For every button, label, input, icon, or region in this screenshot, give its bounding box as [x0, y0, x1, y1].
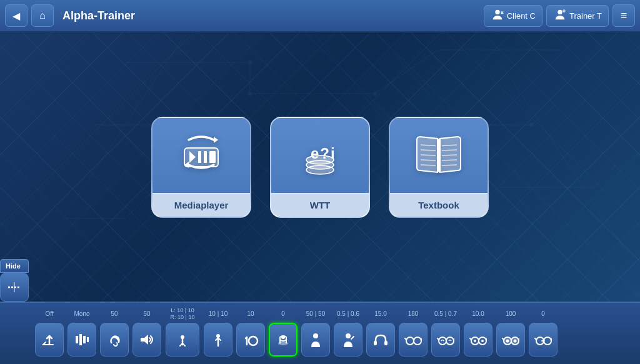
- svg-point-70: [446, 337, 454, 345]
- tb-label-150: 15.0: [374, 305, 386, 323]
- textbook-label: Textbook: [390, 193, 488, 217]
- svg-point-23: [495, 9, 499, 14]
- svg-line-88: [535, 338, 536, 340]
- toolbar-cell-mono: Mono: [66, 305, 98, 362]
- svg-line-44: [442, 150, 457, 150]
- tb-btn-1010[interactable]: [204, 323, 232, 357]
- side-panel: Hide: [0, 259, 29, 302]
- toolbar-cell-150: 15.0: [365, 305, 396, 362]
- svg-text:e?i: e?i: [311, 145, 336, 162]
- wtt-label: WTT: [271, 193, 369, 217]
- tb-btn-50a[interactable]: [100, 323, 129, 357]
- tb-btn-180[interactable]: [399, 323, 428, 357]
- svg-point-84: [506, 340, 509, 343]
- tb-btn-150[interactable]: [366, 323, 395, 357]
- tb-label-10: 10: [247, 305, 254, 323]
- svg-rect-32: [209, 151, 216, 163]
- trainer-icon: [553, 8, 567, 24]
- svg-point-77: [474, 340, 476, 342]
- svg-point-85: [514, 340, 517, 343]
- svg-line-82: [502, 338, 504, 340]
- hide-button[interactable]: Hide: [0, 259, 29, 273]
- app-title: Alpha-Trainer: [58, 9, 480, 22]
- menu-button[interactable]: ≡: [612, 4, 635, 27]
- textbook-icon-area: [390, 118, 488, 193]
- svg-rect-63: [384, 341, 388, 345]
- tb-btn-0b[interactable]: [529, 323, 558, 357]
- client-label: Client C: [507, 11, 536, 21]
- svg-line-41: [421, 160, 436, 160]
- svg-point-24: [558, 9, 562, 14]
- svg-point-65: [414, 337, 421, 345]
- svg-rect-50: [76, 336, 78, 343]
- mediaplayer-label: Mediaplayer: [152, 193, 250, 217]
- tb-label-05-06: 0.5 | 0.6: [337, 305, 359, 323]
- tb-btn-0[interactable]: [269, 323, 298, 357]
- tb-btn-lr[interactable]: [166, 323, 199, 357]
- tb-label-100: 10.0: [472, 305, 484, 323]
- svg-point-78: [481, 340, 484, 342]
- back-button[interactable]: ◀: [5, 4, 28, 27]
- toolbar-cell-10: 10: [235, 305, 266, 362]
- client-button[interactable]: Client C: [484, 5, 542, 27]
- module-cards: Mediaplayer e?i WTT: [151, 117, 489, 218]
- svg-rect-54: [141, 338, 144, 342]
- home-button[interactable]: ⌂: [31, 4, 54, 27]
- svg-line-89: [551, 338, 552, 340]
- toolbar-cell-50b: 50: [131, 305, 162, 362]
- svg-line-67: [405, 338, 406, 340]
- svg-line-83: [519, 338, 519, 340]
- toolbar-cell-5050: 50 | 50: [300, 305, 331, 362]
- mediaplayer-icon-area: [152, 118, 250, 193]
- header: ◀ ⌂ Alpha-Trainer Client C: [0, 0, 640, 32]
- tb-btn-off[interactable]: [35, 323, 64, 357]
- tb-btn-05-07[interactable]: [431, 323, 460, 357]
- trainer-label: Trainer T: [569, 11, 602, 21]
- toolbar: Off Mono 50: [0, 302, 640, 364]
- tb-label-180: 180: [408, 305, 419, 323]
- svg-line-71: [438, 338, 439, 340]
- tb-btn-100[interactable]: [464, 323, 492, 357]
- svg-point-57: [249, 337, 258, 345]
- client-icon: [491, 8, 504, 24]
- toolbar-cell-50a: 50: [99, 305, 130, 362]
- toolbar-cell-100: 10.0: [462, 305, 494, 362]
- tb-label-5050: 50 | 50: [306, 305, 325, 323]
- toolbar-cell-180: 180: [398, 305, 429, 362]
- side-icon-button[interactable]: [0, 273, 29, 302]
- svg-line-76: [486, 338, 487, 340]
- trainer-button[interactable]: Trainer T: [546, 5, 609, 27]
- svg-point-64: [406, 337, 414, 345]
- tb-label-0: 0: [281, 305, 285, 323]
- svg-rect-51: [79, 334, 82, 345]
- toolbar-cell-off: Off: [34, 305, 65, 362]
- tb-btn-05-06[interactable]: [334, 323, 362, 357]
- tb-label-mono: Mono: [74, 305, 89, 323]
- toolbar-cell-05-06: 0.5 | 0.6: [332, 305, 364, 362]
- wtt-icon-area: e?i: [271, 118, 369, 193]
- textbook-card[interactable]: Textbook: [389, 117, 489, 218]
- tb-label-100b: 100: [506, 305, 516, 323]
- header-right: Client C Trainer T ≡: [484, 4, 635, 27]
- tb-label-50b: 50: [143, 305, 150, 323]
- tb-label-50a: 50: [111, 305, 118, 323]
- tb-btn-10[interactable]: [236, 323, 265, 357]
- mediaplayer-card[interactable]: Mediaplayer: [151, 117, 251, 218]
- svg-line-39: [421, 150, 436, 150]
- svg-rect-52: [83, 336, 86, 343]
- tb-btn-mono[interactable]: [68, 323, 96, 357]
- tb-label-lr: L: 10 | 10 R: 10 | 10: [171, 305, 195, 323]
- toolbar-cell-0b: 0: [528, 305, 559, 362]
- svg-rect-53: [87, 337, 89, 342]
- tb-btn-5050[interactable]: [301, 323, 330, 357]
- svg-line-45: [442, 155, 457, 155]
- svg-point-59: [281, 335, 285, 339]
- tb-label-05-07: 0.5 | 0.7: [434, 305, 457, 323]
- svg-line-68: [421, 338, 422, 340]
- tb-btn-100b[interactable]: [496, 323, 525, 357]
- wtt-card[interactable]: e?i WTT: [270, 117, 370, 218]
- toolbar-cell-100b: 100: [495, 305, 526, 362]
- tb-btn-50b[interactable]: [132, 323, 161, 357]
- main-content: Mediaplayer e?i WTT: [0, 32, 640, 302]
- svg-line-42: [421, 165, 436, 165]
